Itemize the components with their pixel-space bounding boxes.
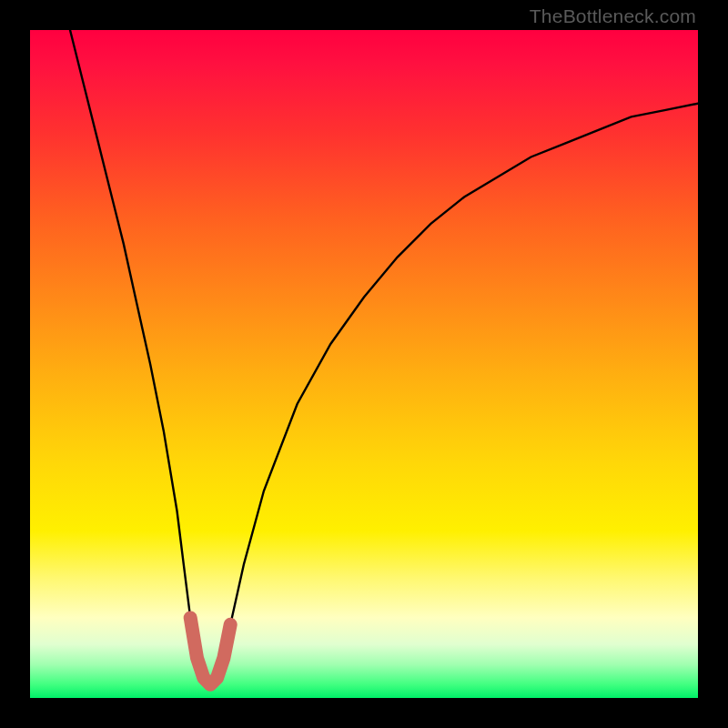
curve-layer bbox=[30, 30, 698, 698]
plot-area bbox=[30, 30, 698, 698]
watermark-text: TheBottleneck.com bbox=[530, 5, 696, 27]
bottleneck-curve bbox=[70, 30, 698, 684]
chart-frame: TheBottleneck.com bbox=[0, 0, 728, 728]
minimum-highlight bbox=[190, 618, 230, 684]
